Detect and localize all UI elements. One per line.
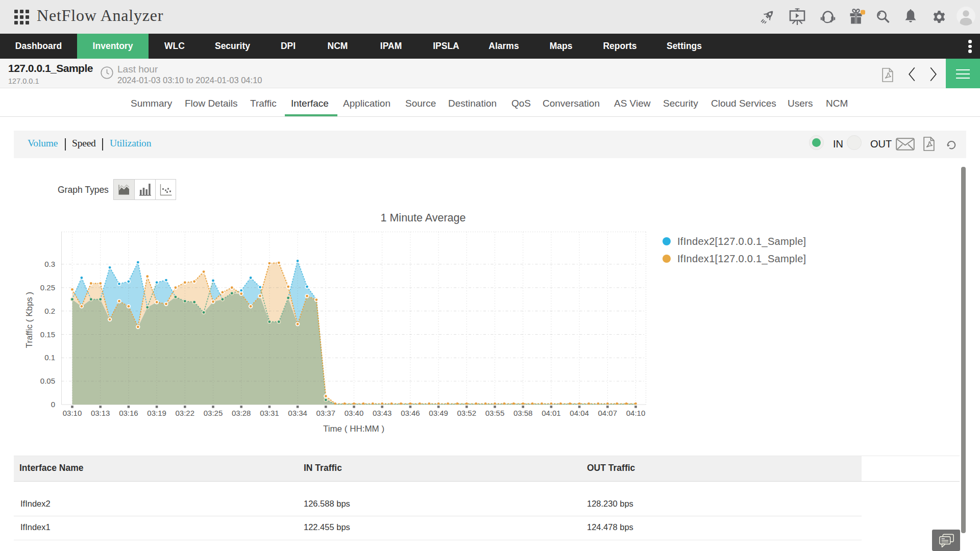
svg-text:03:49: 03:49 bbox=[429, 409, 448, 417]
svg-text:03:22: 03:22 bbox=[176, 409, 195, 417]
svg-text:03:52: 03:52 bbox=[457, 409, 477, 417]
svg-text:03:34: 03:34 bbox=[288, 409, 307, 417]
svg-text:03:16: 03:16 bbox=[119, 409, 138, 417]
svg-text:03:46: 03:46 bbox=[401, 409, 420, 417]
svg-text:03:55: 03:55 bbox=[485, 409, 505, 417]
svg-text:IfIndex1[127.0.0.1_Sample]: IfIndex1[127.0.0.1_Sample] bbox=[677, 253, 806, 265]
svg-text:03:43: 03:43 bbox=[373, 409, 392, 417]
svg-text:03:19: 03:19 bbox=[147, 409, 166, 417]
svg-text:0.25: 0.25 bbox=[40, 283, 55, 292]
svg-text:04:10: 04:10 bbox=[626, 409, 646, 417]
svg-text:04:01: 04:01 bbox=[542, 409, 561, 417]
svg-text:IfIndex2[127.0.0.1_Sample]: IfIndex2[127.0.0.1_Sample] bbox=[677, 236, 806, 247]
svg-text:Time ( HH:MM ): Time ( HH:MM ) bbox=[323, 424, 384, 434]
svg-text:Traffic ( Kbps ): Traffic ( Kbps ) bbox=[24, 292, 34, 348]
svg-text:03:10: 03:10 bbox=[63, 409, 82, 417]
svg-text:03:37: 03:37 bbox=[316, 409, 336, 417]
svg-text:0.1: 0.1 bbox=[44, 353, 55, 362]
svg-text:03:40: 03:40 bbox=[345, 409, 364, 417]
svg-text:0.3: 0.3 bbox=[44, 260, 55, 268]
svg-text:03:28: 03:28 bbox=[232, 409, 251, 417]
svg-text:03:58: 03:58 bbox=[513, 409, 533, 417]
svg-text:04:04: 04:04 bbox=[570, 409, 589, 417]
svg-text:04:07: 04:07 bbox=[598, 409, 618, 417]
svg-text:1 Minute Average: 1 Minute Average bbox=[381, 212, 466, 224]
svg-text:0.05: 0.05 bbox=[40, 377, 55, 385]
svg-text:03:25: 03:25 bbox=[204, 409, 223, 417]
svg-text:03:31: 03:31 bbox=[260, 409, 279, 417]
svg-text:0.15: 0.15 bbox=[40, 330, 55, 339]
svg-text:03:13: 03:13 bbox=[91, 409, 110, 417]
svg-text:0.2: 0.2 bbox=[44, 307, 55, 315]
svg-text:0: 0 bbox=[51, 400, 55, 409]
